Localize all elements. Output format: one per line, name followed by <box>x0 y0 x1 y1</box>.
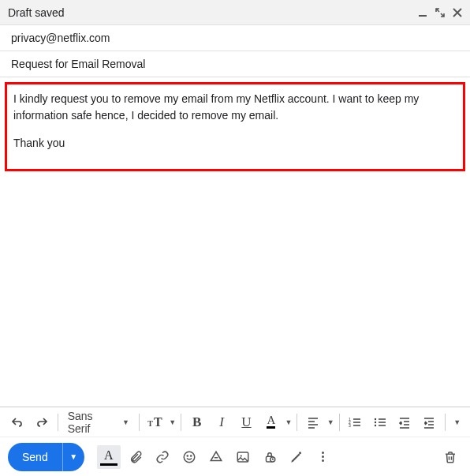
send-group: Send ▼ <box>8 443 84 471</box>
divider <box>181 414 181 431</box>
emoji-button[interactable] <box>177 445 201 469</box>
indent-less-button[interactable] <box>394 411 415 433</box>
format-toolbar: Sans Serif ▼ TT ▼ B I U A ▼ ▼ 123 <box>0 407 470 437</box>
send-button[interactable]: Send <box>8 443 62 471</box>
header-controls <box>418 8 462 17</box>
attach-button[interactable] <box>124 445 147 469</box>
discard-button[interactable] <box>438 445 462 469</box>
undo-button[interactable] <box>6 411 28 433</box>
subject-field[interactable]: Request for Email Removal <box>0 51 470 77</box>
body-area[interactable]: I kindly request you to remove my email … <box>0 77 470 407</box>
svg-point-8 <box>187 455 188 455</box>
more-options-button[interactable] <box>311 445 335 469</box>
body-highlight: I kindly request you to remove my email … <box>5 82 465 171</box>
svg-point-4 <box>375 418 376 419</box>
indent-more-button[interactable] <box>419 411 440 433</box>
text-color-button[interactable]: A <box>260 411 282 433</box>
numbered-list-button[interactable]: 123 <box>345 411 366 433</box>
bulleted-list-button[interactable] <box>369 411 390 433</box>
svg-rect-0 <box>419 15 427 17</box>
align-button[interactable] <box>302 411 323 433</box>
underline-button[interactable]: U <box>236 411 257 433</box>
more-formatting-button[interactable]: ▼ <box>450 418 464 426</box>
bold-button[interactable]: B <box>186 411 207 433</box>
compose-window: Draft saved privacy@netflix.com Request … <box>0 0 470 476</box>
italic-button[interactable]: I <box>211 411 232 433</box>
close-icon[interactable] <box>453 8 462 17</box>
svg-point-14 <box>299 452 301 454</box>
pen-button[interactable] <box>285 445 308 469</box>
header-title: Draft saved <box>8 6 418 19</box>
svg-text:3: 3 <box>349 423 351 428</box>
recipients-value: privacy@netflix.com <box>11 32 110 44</box>
divider <box>58 414 58 431</box>
font-name: Sans Serif <box>68 410 118 435</box>
chevron-down-icon[interactable]: ▼ <box>327 418 334 426</box>
body-paragraph-1: I kindly request you to remove my email … <box>13 91 457 124</box>
divider <box>139 414 140 431</box>
divider <box>445 414 446 431</box>
send-options-button[interactable]: ▼ <box>62 443 84 471</box>
action-toolbar: Send ▼ A <box>0 437 470 476</box>
confidential-button[interactable] <box>258 445 282 469</box>
subject-value: Request for Email Removal <box>11 58 145 70</box>
svg-point-11 <box>240 455 241 456</box>
chevron-down-icon[interactable]: ▼ <box>285 418 293 426</box>
image-button[interactable] <box>231 445 255 469</box>
font-size-button[interactable]: TT <box>144 411 166 433</box>
svg-point-6 <box>375 424 376 425</box>
recipients-field[interactable]: privacy@netflix.com <box>0 25 470 51</box>
chevron-down-icon: ▼ <box>122 418 129 426</box>
svg-point-5 <box>375 421 376 422</box>
chevron-down-icon[interactable]: ▼ <box>169 418 176 426</box>
svg-point-7 <box>184 452 195 463</box>
fullscreen-icon[interactable] <box>435 8 445 17</box>
svg-point-9 <box>190 455 191 455</box>
body-paragraph-2: Thank you <box>13 135 457 152</box>
toggle-format-button[interactable]: A <box>97 445 121 469</box>
minimize-icon[interactable] <box>418 8 427 17</box>
text-format-icon: A <box>100 448 118 466</box>
divider <box>297 414 297 431</box>
drive-button[interactable] <box>204 445 228 469</box>
font-selector[interactable]: Sans Serif ▼ <box>63 411 134 433</box>
divider <box>339 414 340 431</box>
link-button[interactable] <box>151 445 174 469</box>
redo-button[interactable] <box>31 411 52 433</box>
compose-header: Draft saved <box>0 0 470 25</box>
